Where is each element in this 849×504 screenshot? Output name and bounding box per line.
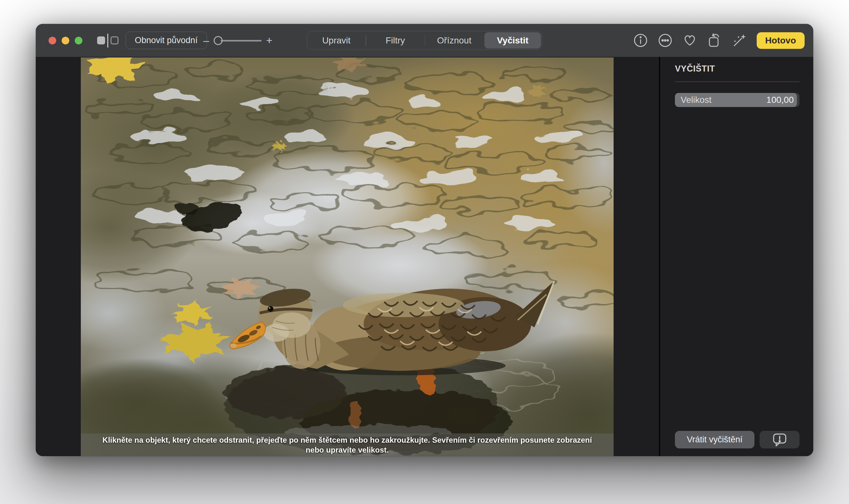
instruction-line-2: nebo upravíte velikost. xyxy=(81,445,614,455)
zoom-control: – + xyxy=(203,24,272,57)
tab-upravit[interactable]: Upravit xyxy=(307,31,366,50)
cleanup-instruction: Klikněte na objekt, který chcete odstran… xyxy=(81,433,614,456)
photos-app-window: Obnovit původní – + Upravit Filtry Ořízn… xyxy=(36,24,813,456)
tab-vycistit[interactable]: Vyčistit xyxy=(484,31,542,50)
titlebar-tools: Hotovo xyxy=(633,24,805,57)
favorite-icon[interactable] xyxy=(682,33,697,48)
more-icon[interactable] xyxy=(658,33,673,48)
sidebar-rule xyxy=(675,82,799,82)
minimize-button[interactable] xyxy=(62,37,69,44)
restore-original-button[interactable]: Obnovit původní xyxy=(126,32,207,49)
compare-before-icon xyxy=(97,36,105,44)
done-label: Hotovo xyxy=(765,35,796,46)
feedback-icon xyxy=(773,433,787,447)
photo-canvas[interactable]: Klikněte na objekt, který chcete odstran… xyxy=(81,57,614,456)
brush-size-value: 100,00 xyxy=(766,95,794,105)
auto-enhance-icon[interactable] xyxy=(731,33,746,48)
compare-divider-icon xyxy=(107,34,108,48)
duck-photo xyxy=(81,57,614,456)
titlebar: Obnovit původní – + Upravit Filtry Ořízn… xyxy=(36,24,813,57)
content-area: Klikněte na objekt, který chcete odstran… xyxy=(36,57,813,456)
zoom-slider-track[interactable] xyxy=(221,40,261,41)
zoom-in-button[interactable]: + xyxy=(266,34,272,47)
brush-size-label: Velikost xyxy=(681,95,712,105)
undo-cleanup-button[interactable]: Vrátit vyčištění xyxy=(675,431,755,448)
compare-toggle[interactable] xyxy=(97,24,119,57)
close-button[interactable] xyxy=(49,37,56,44)
done-button[interactable]: Hotovo xyxy=(757,32,805,49)
tab-filtry[interactable]: Filtry xyxy=(366,31,424,50)
undo-cleanup-label: Vrátit vyčištění xyxy=(687,435,743,445)
sidebar-bottom-actions: Vrátit vyčištění xyxy=(675,431,799,448)
compare-after-icon xyxy=(110,36,119,44)
sidebar-section-title: VYČIŠTIT xyxy=(675,64,799,74)
fullscreen-button[interactable] xyxy=(75,37,83,44)
window-controls xyxy=(49,24,83,57)
edit-mode-tabs: Upravit Filtry Oříznout Vyčistit xyxy=(307,31,542,50)
photo-viewer: Klikněte na objekt, který chcete odstran… xyxy=(36,57,659,456)
cleanup-sidebar: VYČIŠTIT Velikost 100,00 Vrátit vyčištěn… xyxy=(660,57,813,456)
feedback-button[interactable] xyxy=(760,431,799,448)
zoom-slider[interactable] xyxy=(214,36,261,46)
rotate-icon[interactable] xyxy=(707,33,722,48)
instruction-line-1: Klikněte na objekt, který chcete odstran… xyxy=(81,435,614,445)
restore-original-label: Obnovit původní xyxy=(135,35,198,46)
brush-size-slider[interactable]: Velikost 100,00 xyxy=(675,93,799,107)
zoom-slider-knob[interactable] xyxy=(214,36,223,45)
zoom-out-button[interactable]: – xyxy=(203,34,209,47)
tab-oriznout[interactable]: Oříznout xyxy=(425,31,484,50)
info-icon[interactable] xyxy=(633,33,648,48)
